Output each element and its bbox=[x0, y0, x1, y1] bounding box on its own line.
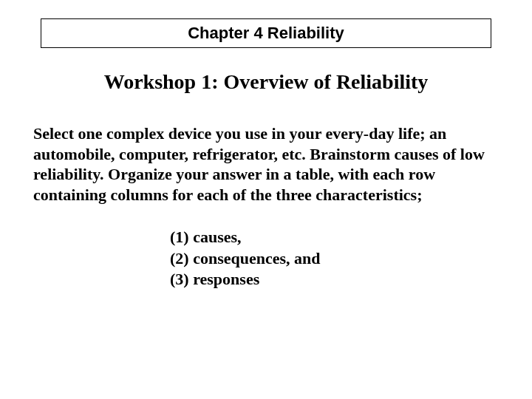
list-item: (1) causes, bbox=[170, 227, 499, 248]
slide: Chapter 4 Reliability Workshop 1: Overvi… bbox=[0, 0, 532, 399]
list-item: (3) responses bbox=[170, 269, 499, 290]
list-item: (2) consequences, and bbox=[170, 248, 499, 270]
characteristics-list: (1) causes, (2) consequences, and (3) re… bbox=[170, 227, 499, 290]
instructions-paragraph: Select one complex device you use in you… bbox=[33, 123, 499, 205]
workshop-title: Workshop 1: Overview of Reliability bbox=[33, 70, 499, 94]
chapter-header: Chapter 4 Reliability bbox=[41, 18, 491, 48]
